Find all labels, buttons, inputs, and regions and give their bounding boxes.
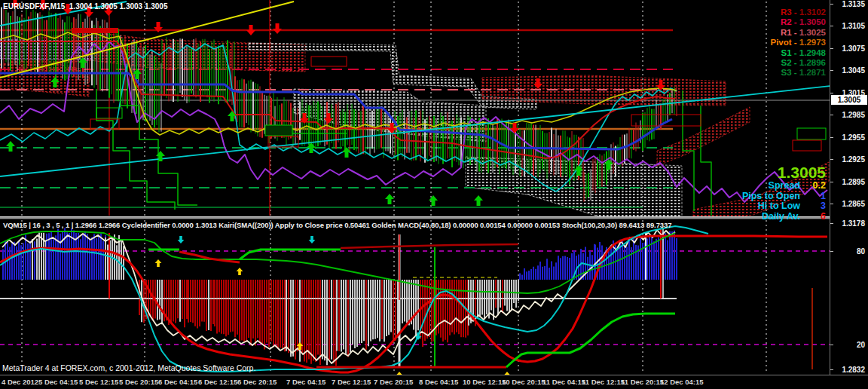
signal-bottom-green-line bbox=[506, 314, 675, 367]
time-axis-label: 11 Dec 12:15 bbox=[582, 378, 625, 386]
buy-arrow-icon bbox=[474, 195, 483, 206]
chart-object-box bbox=[797, 128, 826, 139]
pivot-row-r3: R3 - 1.3102 bbox=[770, 8, 826, 17]
price-axis-label: 1.2895 bbox=[842, 178, 865, 186]
info-row-hi-to-low: Hi to Low3 bbox=[742, 201, 826, 212]
chart-object-box bbox=[631, 115, 701, 126]
time-axis-label: 5 Dec 20:15 bbox=[119, 378, 158, 386]
signal-step-red-a-line bbox=[179, 252, 240, 262]
info-row-daily-av-: Daily Av.6 bbox=[742, 212, 826, 222]
signal-down-arrow-icon bbox=[309, 236, 316, 244]
copyright-text: MetaTrader 4 at FOREX.com, c 2001-2012, … bbox=[2, 363, 255, 372]
time-axis-label: 11 Dec 20:15 bbox=[621, 378, 664, 386]
time-axis-label: 7 Dec 20:15 bbox=[374, 378, 413, 386]
pivot-row-r1: R1 - 1.3025 bbox=[770, 28, 826, 38]
pivot-row-pivot: Pivot - 1.2973 bbox=[770, 38, 826, 47]
current-price-tag: 1.3005 bbox=[831, 95, 867, 105]
time-axis-label: 4 Dec 2012 bbox=[2, 378, 38, 386]
time-axis-label: 10 Dec 20:15 bbox=[502, 378, 546, 386]
info-row-pips-to-open: Pips to Open1 bbox=[742, 191, 826, 202]
price-axis-label: 1.2865 bbox=[842, 200, 865, 208]
info-row-spread: Spread0.2 bbox=[742, 181, 826, 191]
price-axis-label: 1.2985 bbox=[842, 111, 865, 119]
signal-up-arrow-icon bbox=[155, 259, 162, 267]
time-axis-label: 5 Dec 04:15 bbox=[38, 378, 78, 386]
indicator-panel-canvas[interactable] bbox=[0, 219, 830, 375]
chart-title: EURUSDFXF,M15 1.3004 1.3005 1.3003 1.300… bbox=[3, 2, 168, 11]
chart-object-box bbox=[793, 140, 821, 151]
price-axis[interactable]: 1.31351.31051.30751.30451.30151.29851.29… bbox=[830, 0, 868, 375]
indicator-header: VQM15 | 16 , 3 , 5 , 1 | 1.2966 1.2966 C… bbox=[3, 221, 671, 229]
buy-arrow-icon bbox=[6, 141, 15, 152]
main-chart-canvas[interactable] bbox=[0, 0, 830, 216]
buy-arrow-icon bbox=[307, 142, 316, 153]
pivot-legend: R3 - 1.3102R2 - 1.3050R1 - 1.3025Pivot -… bbox=[770, 8, 826, 78]
signal-up-arrow-icon bbox=[237, 268, 243, 275]
time-axis-label: 5 Dec 12:15 bbox=[79, 378, 118, 386]
current-price-large: 1.3005 bbox=[742, 164, 826, 181]
mt4-chart-window: EURUSDFXF,M15 1.3004 1.3005 1.3003 1.300… bbox=[0, 0, 868, 389]
chart-object-box bbox=[311, 57, 347, 66]
price-axis-label: 1.2955 bbox=[842, 133, 865, 142]
price-axis-label: 1.3135 bbox=[842, 0, 865, 8]
time-axis-label: 11 Dec 04:15 bbox=[542, 378, 585, 386]
time-axis-label: 7 Dec 12:15 bbox=[332, 378, 371, 386]
ichimoku-cloud bbox=[657, 107, 750, 166]
sell-arrow-icon bbox=[246, 25, 255, 35]
time-axis-label: 8 Dec 04:15 bbox=[419, 378, 458, 386]
pivot-row-r2: R2 - 1.3050 bbox=[770, 17, 826, 27]
buy-arrow-icon bbox=[429, 195, 438, 206]
buy-arrow-icon bbox=[385, 194, 394, 204]
market-info-panel: 1.3005 Spread0.2Pips to Open1Hi to Low3D… bbox=[742, 164, 826, 222]
pivot-row-s2: S2 - 1.2896 bbox=[770, 58, 826, 68]
time-axis-label: 6 Dec 12:15 bbox=[198, 378, 237, 386]
green-drop-2-line bbox=[701, 106, 711, 216]
pivot-row-s3: S3 - 1.2871 bbox=[770, 68, 826, 78]
ohlc-quotes: 1.3004 1.3005 1.3003 1.3005 bbox=[69, 2, 168, 11]
chart-object-box bbox=[265, 125, 292, 136]
sell-arrow-icon bbox=[273, 23, 282, 34]
price-axis-label: 1.3105 bbox=[842, 22, 865, 30]
signal-down-arrow-icon bbox=[178, 236, 185, 244]
indicator-axis-label: 1.3178 bbox=[842, 219, 865, 228]
chart-object-box bbox=[72, 28, 118, 33]
indicator-axis-label: 80 bbox=[857, 247, 865, 256]
signal-step-red-b-line bbox=[341, 244, 518, 248]
symbol-period-label: EURUSDFXF,M15 bbox=[3, 2, 65, 11]
indicator-axis-label: 20 bbox=[857, 341, 865, 349]
time-axis-label: 10 Dec 12:15 bbox=[463, 378, 506, 386]
time-axis-label: 7 Dec 04:15 bbox=[286, 378, 326, 386]
time-axis-label: 6 Dec 20:15 bbox=[237, 378, 277, 386]
price-axis-label: 1.2925 bbox=[842, 155, 865, 164]
time-axis-label: 12 Dec 04:15 bbox=[660, 378, 704, 386]
price-axis-label: 1.3045 bbox=[842, 66, 865, 75]
indicator-axis-label: 1.2832 bbox=[842, 366, 865, 374]
pivot-row-s1: S1 - 1.2948 bbox=[770, 48, 826, 58]
time-axis-label: 6 Dec 04:15 bbox=[158, 378, 197, 386]
green-drop-1-line bbox=[683, 90, 694, 211]
price-axis-label: 1.3075 bbox=[842, 44, 865, 53]
time-axis[interactable]: 4 Dec 20125 Dec 04:155 Dec 12:155 Dec 20… bbox=[0, 375, 868, 389]
